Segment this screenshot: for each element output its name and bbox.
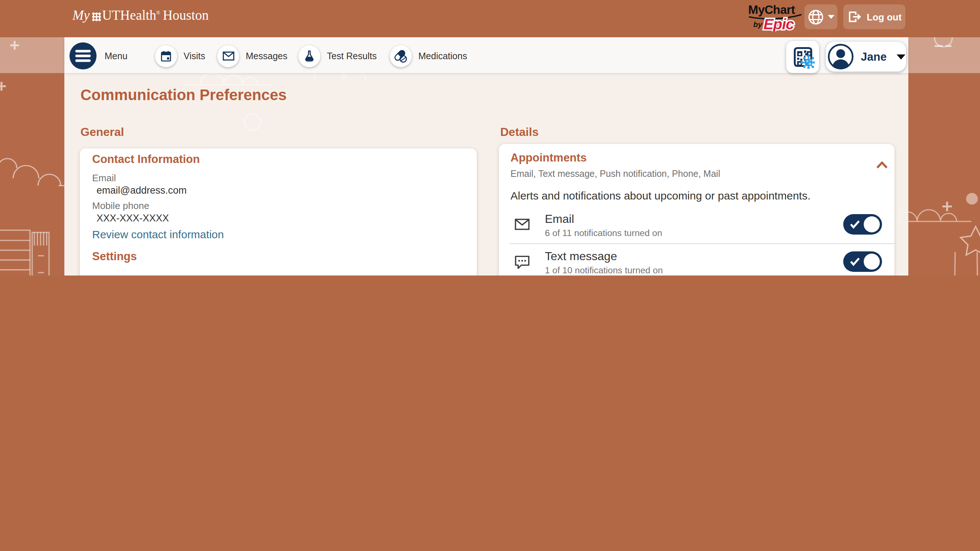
svg-text:MyChart: MyChart — [748, 3, 795, 16]
svg-text:Epic: Epic — [764, 16, 794, 32]
svg-text:by: by — [753, 20, 763, 29]
